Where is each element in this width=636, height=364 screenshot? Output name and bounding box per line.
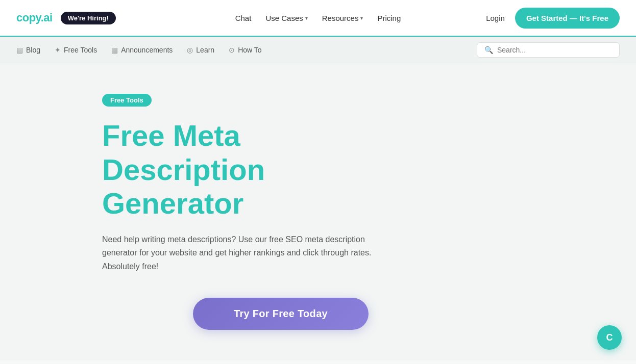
nav-left: copy.ai We're Hiring!	[16, 11, 116, 24]
hiring-badge[interactable]: We're Hiring!	[61, 12, 116, 24]
nav-resources[interactable]: Resources ▾	[322, 14, 363, 22]
search-input[interactable]	[497, 46, 612, 54]
get-started-button[interactable]: Get Started — It's Free	[515, 8, 620, 29]
nav-center: Chat Use Cases ▾ Resources ▾ Pricing	[235, 14, 401, 22]
cta-wrapper: Try For Free Today	[102, 298, 459, 330]
sub-nav-links: ▤ Blog ✦ Free Tools ▦ Announcements ◎ Le…	[16, 46, 262, 54]
sub-nav-announcements[interactable]: ▦ Announcements	[111, 46, 173, 54]
login-button[interactable]: Login	[486, 14, 505, 22]
sub-nav-blog[interactable]: ▤ Blog	[16, 46, 40, 54]
top-navigation: copy.ai We're Hiring! Chat Use Cases ▾ R…	[0, 0, 636, 37]
how-to-icon: ⊙	[229, 46, 235, 54]
free-tools-badge[interactable]: Free Tools	[102, 94, 152, 107]
use-cases-chevron-icon: ▾	[305, 15, 308, 21]
main-description: Need help writing meta descriptions? Use…	[102, 233, 388, 273]
nav-chat[interactable]: Chat	[235, 14, 252, 22]
sub-nav-how-to[interactable]: ⊙ How To	[229, 46, 261, 54]
main-content: Free Tools Free Meta Description Generat…	[0, 63, 636, 360]
chat-widget[interactable]: C	[597, 325, 622, 350]
main-title: Free Meta Description Generator	[102, 119, 408, 221]
search-box: 🔍	[477, 42, 620, 58]
nav-pricing[interactable]: Pricing	[377, 14, 401, 22]
learn-icon: ◎	[187, 46, 193, 54]
logo[interactable]: copy.ai	[16, 11, 53, 24]
logo-text: copy.ai	[16, 11, 53, 24]
free-tools-icon: ✦	[55, 46, 61, 54]
try-free-button[interactable]: Try For Free Today	[193, 298, 369, 330]
blog-icon: ▤	[16, 46, 23, 54]
nav-right: Login Get Started — It's Free	[486, 8, 620, 29]
nav-use-cases[interactable]: Use Cases ▾	[265, 14, 307, 22]
search-icon: 🔍	[484, 46, 493, 54]
resources-chevron-icon: ▾	[360, 15, 363, 21]
announcements-icon: ▦	[111, 46, 118, 54]
sub-navigation: ▤ Blog ✦ Free Tools ▦ Announcements ◎ Le…	[0, 37, 636, 63]
sub-nav-free-tools[interactable]: ✦ Free Tools	[55, 46, 97, 54]
sub-nav-learn[interactable]: ◎ Learn	[187, 46, 214, 54]
